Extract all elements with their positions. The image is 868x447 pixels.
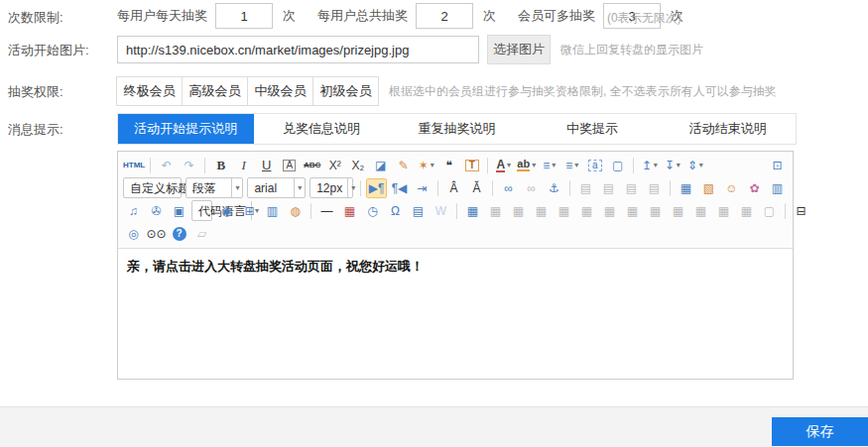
subscript-icon[interactable]: X₂ bbox=[347, 156, 368, 174]
insert-table-icon[interactable]: ▦ bbox=[462, 201, 483, 220]
insert-date-icon[interactable]: ▦ bbox=[339, 201, 360, 220]
form-icon[interactable]: ▤ bbox=[408, 201, 429, 220]
image-float-right-icon[interactable]: ▤ bbox=[621, 178, 642, 197]
superscript-icon[interactable]: X² bbox=[324, 156, 345, 174]
toolbar-separator bbox=[360, 180, 361, 196]
paste-icon[interactable]: ▱ bbox=[191, 224, 212, 243]
font-border-icon[interactable]: A bbox=[279, 156, 300, 174]
image-float-left-icon[interactable]: ▤ bbox=[575, 178, 596, 197]
image-center-icon[interactable]: ▤ bbox=[598, 178, 619, 197]
italic-icon[interactable]: I bbox=[233, 156, 254, 174]
line-height-icon[interactable]: ⇕▾ bbox=[684, 156, 705, 174]
undo-icon[interactable]: ↶ bbox=[156, 156, 177, 174]
merge-right-icon[interactable]: ▦ bbox=[645, 201, 666, 220]
remove-format-icon[interactable]: ◪ bbox=[370, 156, 391, 174]
anchor-icon[interactable]: ⚓ bbox=[544, 178, 564, 197]
para-spacing-bottom-icon[interactable]: ↧▾ bbox=[662, 156, 682, 174]
redo-icon[interactable]: ↷ bbox=[179, 156, 199, 174]
member-btn-middle[interactable]: 中级会员 bbox=[247, 76, 313, 106]
delete-row-icon[interactable]: ▦ bbox=[576, 201, 597, 220]
choose-image-button[interactable]: 选择图片 bbox=[487, 35, 551, 64]
delete-table-icon[interactable]: ▦ bbox=[485, 201, 506, 220]
para-spacing-top-icon[interactable]: ↥▾ bbox=[639, 156, 660, 174]
limit-count-input[interactable] bbox=[215, 3, 273, 29]
font-size-select[interactable]: 12px▾ bbox=[310, 177, 353, 198]
tab-activity-end[interactable]: 活动结束说明 bbox=[660, 114, 796, 144]
insert-image-icon[interactable]: ▦ bbox=[676, 178, 696, 197]
web-app-icon[interactable]: ◍ bbox=[285, 201, 306, 220]
find-replace-icon[interactable]: ⊙⊙ bbox=[146, 224, 167, 243]
image-inline-icon[interactable]: ▤ bbox=[644, 178, 665, 197]
blockquote-icon[interactable]: ❝ bbox=[438, 156, 459, 174]
tab-repeat-draw[interactable]: 重复抽奖说明 bbox=[389, 114, 525, 144]
image-manager-icon[interactable]: ▧ bbox=[698, 178, 719, 197]
code-language-select[interactable]: 代码语言▾ bbox=[191, 200, 212, 221]
highlight-color-icon[interactable]: ab▾ bbox=[516, 156, 537, 174]
toolbar-separator bbox=[150, 158, 151, 173]
insert-time-icon[interactable]: ◷ bbox=[362, 201, 383, 220]
bold-icon[interactable]: B bbox=[210, 156, 231, 174]
image-url-input[interactable] bbox=[117, 36, 479, 63]
unlink-icon[interactable]: ∞ bbox=[521, 178, 542, 197]
columns-icon[interactable]: ▥ bbox=[262, 201, 283, 220]
help-icon[interactable]: ? bbox=[169, 224, 189, 243]
font-family-select[interactable]: arial▾ bbox=[247, 177, 306, 198]
rtl-icon[interactable]: ¶◀ bbox=[389, 178, 410, 197]
attachment-icon[interactable]: ✇ bbox=[146, 201, 167, 220]
format-painter-icon[interactable]: ✎ bbox=[393, 156, 414, 174]
first-line-indent-icon[interactable]: ⇥ bbox=[412, 178, 433, 197]
summary-icon[interactable]: a bbox=[584, 156, 605, 174]
table-title-icon[interactable]: ▦ bbox=[508, 201, 529, 220]
video-icon[interactable]: ▥ bbox=[767, 178, 788, 197]
delete-col-icon[interactable]: ▦ bbox=[599, 201, 620, 220]
editor-content-area[interactable]: 亲，请点击进入大转盘抽奖活动页面，祝您好运哦！ bbox=[118, 249, 793, 382]
music-icon[interactable]: ♫ bbox=[123, 201, 144, 220]
paragraph-select[interactable]: 段落▾ bbox=[186, 177, 244, 198]
print-icon[interactable]: ⊟ bbox=[791, 201, 811, 220]
fullscreen-icon[interactable]: ⊡ bbox=[767, 156, 788, 174]
auto-typeset-icon[interactable]: ✶▾ bbox=[416, 156, 436, 174]
limit-field-suffix: 次 bbox=[483, 7, 496, 25]
tab-redeem-info[interactable]: 兑奖信息说明 bbox=[254, 114, 390, 144]
special-char-icon[interactable]: Ω bbox=[385, 201, 406, 220]
screenshot-icon[interactable]: ▣ bbox=[169, 201, 189, 220]
clear-doc-icon[interactable]: ▢ bbox=[759, 201, 780, 220]
ordered-list-icon[interactable]: ≡▾ bbox=[539, 156, 559, 174]
member-btn-senior[interactable]: 高级会员 bbox=[182, 76, 248, 106]
save-button[interactable]: 保存 bbox=[772, 417, 868, 446]
footer-bar: 保存 bbox=[0, 406, 868, 447]
search-icon[interactable]: ◎ bbox=[123, 224, 144, 243]
to-lowercase-icon[interactable]: Ǎ bbox=[466, 178, 487, 197]
paste-plain-text-icon[interactable]: T bbox=[461, 156, 482, 174]
split-cells-icon[interactable]: ▦ bbox=[690, 201, 711, 220]
link-icon[interactable]: ∞ bbox=[498, 178, 519, 197]
underline-icon[interactable]: U bbox=[256, 156, 277, 174]
to-uppercase-icon[interactable]: Â bbox=[443, 178, 464, 197]
insert-col-icon[interactable]: ▦ bbox=[554, 201, 574, 220]
strikethrough-icon[interactable]: ABC bbox=[302, 156, 322, 174]
font-color-icon[interactable]: A▾ bbox=[493, 156, 514, 174]
insert-code-icon[interactable]: ◉ bbox=[216, 201, 237, 220]
tab-win-prompt[interactable]: 中奖提示 bbox=[525, 114, 661, 144]
start-image-label: 活动开始图片: bbox=[8, 42, 89, 59]
horizontal-rule-icon[interactable]: — bbox=[316, 201, 337, 220]
insert-row-icon[interactable]: ▦ bbox=[531, 201, 552, 220]
unordered-list-icon[interactable]: ≡▾ bbox=[561, 156, 582, 174]
merge-down-icon[interactable]: ▦ bbox=[668, 201, 688, 220]
scrawl-icon[interactable]: ✿ bbox=[744, 178, 765, 197]
member-btn-junior[interactable]: 初级会员 bbox=[312, 76, 379, 106]
ltr-icon[interactable]: ▶¶ bbox=[366, 178, 387, 198]
tab-activity-start[interactable]: 活动开始提示说明 bbox=[118, 114, 254, 144]
page-break-icon[interactable]: ⊞ bbox=[239, 201, 260, 220]
custom-title-select[interactable]: 自定义标题▾ bbox=[123, 177, 182, 198]
limit-count-input[interactable] bbox=[416, 3, 473, 29]
blank-doc-icon[interactable]: ▢ bbox=[607, 156, 628, 174]
split-cols-icon[interactable]: ▦ bbox=[736, 201, 757, 220]
word-paste-icon[interactable]: W bbox=[431, 201, 451, 220]
html-source-icon[interactable]: HTML bbox=[123, 156, 145, 174]
member-btn-ultimate[interactable]: 终极会员 bbox=[116, 76, 183, 106]
split-rows-icon[interactable]: ▦ bbox=[713, 201, 734, 220]
emoticon-icon[interactable]: ☺ bbox=[721, 178, 742, 197]
permission-label: 抽奖权限: bbox=[8, 83, 63, 101]
merge-cells-icon[interactable]: ▦ bbox=[622, 201, 643, 220]
